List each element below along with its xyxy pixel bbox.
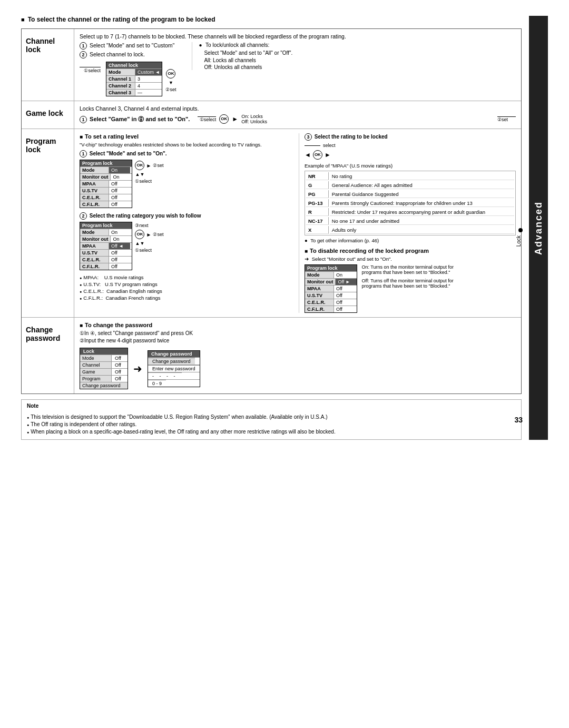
ui-row: C.F.L.R.Off	[80, 263, 132, 270]
ui-row: C.E.L.R.Off	[80, 194, 132, 201]
lt-row: ProgramOff	[80, 375, 127, 382]
ui-row: C.F.L.R.Off	[305, 306, 357, 312]
rating-row: R Restricted: Under 17 requires accompan…	[306, 208, 514, 216]
lt-row: GameOff	[80, 368, 127, 375]
page-number: 33	[514, 416, 523, 424]
set-label-game: ②set	[497, 116, 516, 122]
ok-btn-p3[interactable]: OK	[313, 150, 322, 160]
lt-row: Change password	[80, 382, 127, 389]
change-password-row: Change password To change the password ①…	[22, 318, 521, 393]
program-step2: 2 Select the rating category you wish to…	[80, 212, 291, 220]
rating-row: PG Parental Guidance Suggested	[306, 190, 514, 198]
step2: 2 Select channel to lock.	[80, 51, 176, 58]
ui-row: C.F.L.R.Off	[80, 201, 132, 208]
ui-row: MPAAOff	[305, 285, 357, 292]
program-lock-row: Program lock To set a rating level "V-ch…	[22, 129, 521, 318]
set-label-ch: ②set	[165, 87, 176, 92]
channel-lock-ui: Channel lock Mode Custom ◄ Channel 1 3	[106, 62, 162, 96]
program-ui2-area: Program lock ModeOn Monitor outOn MPAAOf…	[80, 222, 291, 270]
channel-lock-label: Channel lock	[22, 29, 74, 101]
program-lock-label: Program lock	[22, 129, 74, 317]
ui-row: C.E.L.R.Off	[80, 256, 132, 263]
ui-row: ModeOn	[305, 271, 357, 278]
program-bullets: MPAA: U.S movie ratings U.S.TV: U.S TV p…	[80, 274, 291, 301]
lt-row: ChannelOff	[80, 361, 127, 368]
program-ui2: Program lock ModeOn Monitor outOn MPAAOf…	[80, 222, 132, 270]
note-box: Note This television is designed to supp…	[21, 399, 522, 440]
rating-row: NC-17 No one 17 and under admitted	[306, 217, 514, 225]
channel-lock-right: ● To lock/unlock all channels: Select "M…	[192, 42, 516, 70]
game-lock-step: 1 Select "Game" in ⓖ and set to "On".	[80, 115, 190, 123]
disable-title: To disable recording of the locked progr…	[305, 248, 516, 254]
ui-row: Monitor outOn	[80, 173, 132, 180]
game-lock-content: Locks Channel 3, Channel 4 and external …	[74, 101, 521, 129]
ui-row: ModeOn	[80, 229, 132, 235]
ui-row: Channel 3 —	[106, 89, 162, 96]
pw-row: - - - -	[148, 372, 200, 379]
ui-row: U.S.TVOff	[305, 292, 357, 299]
change-pw-title: To change the password	[80, 322, 516, 328]
program-ui2-controls: ③next OK ► ②set ▲▼ ①select	[135, 223, 163, 253]
top-heading: To select the channel or the rating of t…	[21, 16, 522, 23]
ui-row: Channel 1 3	[106, 75, 162, 82]
pw-row: Change password	[148, 357, 200, 365]
lt-row: ModeOff	[80, 355, 127, 361]
program-ui1: Program lock ModeOn Monitor outOn MPAAOf…	[80, 160, 132, 208]
ui-row: U.S.TVOff	[80, 249, 132, 256]
advanced-label: Advanced	[533, 201, 544, 255]
sidebar-advanced: Advanced	[529, 16, 548, 440]
arrow-right: ➜	[133, 362, 142, 375]
program-ui1-area: Program lock ModeOn Monitor outOn MPAAOf…	[80, 160, 291, 208]
channel-lock-content: Select up to 7 (1-7) channels to be bloc…	[74, 29, 521, 101]
lock-dot	[518, 228, 523, 232]
change-pw-tables: Lock ModeOff ChannelOff GameOff ProgramO…	[80, 348, 516, 389]
footnotes: This television is designed to support t…	[27, 414, 516, 435]
main-box: Channel lock Select up to 7 (1-7) channe…	[21, 28, 522, 394]
all-label: All: Locks all channels	[204, 57, 516, 63]
pw-table: Change password Change password Enter ne…	[148, 350, 200, 387]
ratings-table: NR No rating G General Audience: All age…	[305, 171, 516, 235]
program-ok-area: ◄ OK ►	[305, 150, 516, 160]
disable-area: Program lock ModeOn Monitor outOff ► MPA…	[305, 264, 516, 313]
game-lock-label: Game lock	[22, 101, 74, 129]
rating-row: NR No rating	[306, 172, 514, 180]
change-password-content: To change the password ①In ④, select "Ch…	[74, 318, 521, 393]
channel-lock-row: Channel lock Select up to 7 (1-7) channe…	[22, 29, 521, 101]
program-lock-right: 3 Select the rating to be locked select …	[299, 133, 516, 313]
ui-row: ModeOn	[80, 166, 132, 173]
lock-table: Lock ModeOff ChannelOff GameOff ProgramO…	[80, 348, 128, 389]
pw-row: 0 - 9	[148, 379, 200, 387]
ui-row: Monitor outOn	[80, 235, 132, 242]
lock-label: Lock	[516, 235, 522, 247]
ok-button[interactable]: OK	[166, 69, 175, 78]
program-lock-left: To set a rating level "V-chip" technolog…	[80, 133, 291, 313]
disable-descriptions: On: Turns on the monitor terminal output…	[361, 264, 456, 289]
rating-row: X Adults only	[306, 226, 514, 234]
change-password-label: Change password	[22, 318, 74, 393]
footnote-item: When placing a block on a specific-age-b…	[27, 429, 516, 435]
ui-row: Mode Custom ◄	[106, 68, 162, 75]
ok-btn-p1[interactable]: OK	[135, 161, 144, 170]
program-ui3: Program lock ModeOn Monitor outOff ► MPA…	[305, 264, 357, 313]
footnote-item: This television is designed to support t…	[27, 414, 516, 420]
channel-lock-intro: Select up to 7 (1-7) channels to be bloc…	[80, 33, 516, 40]
ui-row: Channel 2 4	[106, 82, 162, 89]
ok-btn-p2[interactable]: OK	[135, 230, 144, 239]
program-ui1-controls: OK ► ②set ▲▼ ①select	[135, 161, 163, 184]
set-rating-title: To set a rating level	[80, 133, 291, 140]
off-label: Off: Unlocks all channels	[204, 64, 516, 70]
ui-row: C.E.L.R.Off	[305, 299, 357, 306]
program-step1: 1 Select "Mode" and set to "On".	[80, 150, 291, 158]
pw-row: Enter new password	[148, 365, 200, 372]
program-lock-content: To set a rating level "V-chip" technolog…	[74, 129, 521, 317]
program-step3: 3 Select the rating to be locked	[305, 133, 516, 141]
footnote-item: The Off rating is independent of other r…	[27, 421, 516, 427]
ui-row: Monitor outOff ►	[305, 278, 357, 285]
program-select-area: select	[305, 143, 516, 148]
ok-button-game[interactable]: OK	[219, 114, 229, 124]
ui-row: U.S.TVOff	[80, 187, 132, 194]
ui-row: MPAAOff	[80, 180, 132, 187]
select-label-ch: ①select	[84, 68, 101, 73]
ui-row: MPAAOff ◄	[80, 242, 132, 249]
rating-row: G General Audience: All ages admitted	[306, 181, 514, 189]
